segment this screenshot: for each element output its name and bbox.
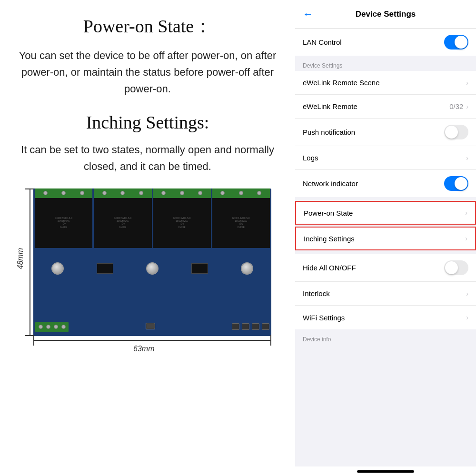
screw-t1 <box>39 325 43 329</box>
chevron-icon: › <box>466 79 468 87</box>
dim-line-h <box>33 340 271 341</box>
home-bar <box>357 470 414 473</box>
relay-2-body: GK3FF-5VDC-S-C10A/250VACTÜVCoRKE <box>94 198 151 248</box>
spacer-3 <box>295 250 476 254</box>
settings-list[interactable]: LAN Control Device Settings eWeLink Remo… <box>295 29 476 466</box>
capacitor-2 <box>146 262 159 275</box>
push-notif-knob <box>445 126 458 139</box>
screw-1 <box>43 191 48 195</box>
wifi-settings-label: WiFi Settings <box>303 314 345 322</box>
relay-4-body: GK3FF-5VDC-S-C10A/250VACTÜVCoRKE <box>212 198 270 248</box>
settings-item-remote-scene[interactable]: eWeLink Remote Scene › <box>295 71 476 95</box>
interlock-label: Interlock <box>303 289 330 298</box>
push-btn-2 <box>242 323 249 330</box>
logs-label: Logs <box>303 154 318 162</box>
screw-t4 <box>61 325 66 329</box>
hide-all-toggle[interactable] <box>444 260 468 275</box>
relay-modules: GK3FF-5VDC-S-C10A/250VACTÜVCoRKE GK3FF-5… <box>35 188 270 248</box>
remote-right: 0/32 › <box>449 102 468 110</box>
settings-item-wifi-settings[interactable]: WiFi Settings › <box>295 306 476 329</box>
settings-item-network-indicator[interactable]: Network indicator <box>295 170 476 197</box>
push-notif-toggle[interactable] <box>444 125 468 139</box>
power-on-state-right: › <box>465 209 467 217</box>
relay-2-terminal <box>94 188 151 198</box>
settings-item-lan-control[interactable]: LAN Control <box>295 29 476 56</box>
relay-4-terminal <box>212 188 270 198</box>
hide-all-knob <box>445 261 458 274</box>
power-on-state-label: Power-on State <box>304 209 353 217</box>
toggle-knob <box>455 36 467 49</box>
screw-t2 <box>46 325 50 329</box>
screw-3 <box>80 191 84 195</box>
relay-1-terminal <box>35 188 92 198</box>
ic-2 <box>191 263 208 274</box>
remote-label: eWeLink Remote <box>303 102 357 110</box>
relay-3: GK3FF-5VDC-S-C10A/250VACTÜVCoRKE <box>153 188 211 248</box>
settings-group-main: eWeLink Remote Scene › eWeLink Remote 0/… <box>295 71 476 197</box>
pcb-diagram: 48mm GK3FF-5VDC-S-C10A/250VACTÜVCoRKE <box>14 188 281 357</box>
home-indicator-bar <box>295 466 476 476</box>
relay-1-body: GK3FF-5VDC-S-C10A/250VACTÜVCoRKE <box>35 198 92 248</box>
inching-title: Inching Settings: <box>86 112 209 133</box>
settings-item-logs[interactable]: Logs › <box>295 146 476 170</box>
relay-3-terminal <box>153 188 211 198</box>
logs-chevron-icon: › <box>466 154 468 162</box>
dim-label-h: 63mm <box>133 345 154 353</box>
wifi-chevron-icon: › <box>466 314 468 321</box>
settings-item-hide-all[interactable]: Hide All ON/OFF <box>295 254 476 282</box>
lan-control-toggle[interactable] <box>444 35 468 50</box>
capacitor-3 <box>241 262 253 275</box>
right-panel: ← Device Settings LAN Control Device Set… <box>295 0 476 476</box>
relay-3-body: GK3FF-5VDC-S-C10A/250VACTÜVCoRKE <box>153 198 211 248</box>
push-btn-1 <box>232 323 239 330</box>
screw-11 <box>239 191 243 195</box>
settings-item-push-notification[interactable]: Push notification <box>295 119 476 146</box>
dim-label-v: 48mm <box>16 248 25 269</box>
inching-settings-label: Inching Settings <box>304 235 355 243</box>
usb-area <box>146 323 155 329</box>
logs-right: › <box>466 154 468 162</box>
pcb-image: GK3FF-5VDC-S-C10A/250VACTÜVCoRKE GK3FF-5… <box>33 188 271 336</box>
screw-7 <box>161 191 166 195</box>
settings-item-remote[interactable]: eWeLink Remote 0/32 › <box>295 95 476 119</box>
settings-item-inching-settings[interactable]: Inching Settings › <box>295 227 476 250</box>
network-indicator-toggle[interactable] <box>444 176 468 191</box>
push-btn-4 <box>262 323 269 330</box>
dim-line-v <box>30 188 30 336</box>
green-terminal-bottom <box>35 322 69 332</box>
relay-4: GK3FF-5VDC-S-C10A/250VACTÜVCoRKE <box>212 188 270 248</box>
power-on-chevron-icon: › <box>465 209 467 217</box>
screw-10 <box>220 191 225 195</box>
left-panel: Power-on State： You can set the device t… <box>0 0 295 476</box>
wifi-settings-right: › <box>466 314 468 321</box>
inching-chevron-icon: › <box>465 235 467 242</box>
pcb-middle-components <box>35 249 270 288</box>
pcb-bottom-section <box>35 296 269 334</box>
lan-control-label: LAN Control <box>303 38 342 46</box>
remote-value: 0/32 <box>449 102 463 110</box>
remote-chevron-icon: › <box>466 103 468 110</box>
spacer-2 <box>295 197 476 201</box>
hide-all-label: Hide All ON/OFF <box>303 264 356 272</box>
interlock-chevron-icon: › <box>466 290 468 298</box>
push-btn-3 <box>252 323 259 330</box>
screw-2 <box>61 191 66 195</box>
push-notif-label: Push notification <box>303 128 355 136</box>
page-title: Device Settings <box>356 10 416 19</box>
screw-4 <box>102 191 107 195</box>
remote-scene-right: › <box>466 79 468 87</box>
capacitor-1 <box>51 262 64 275</box>
power-on-desc: You can set the device to be off after p… <box>10 47 286 98</box>
settings-group-top: LAN Control <box>295 29 476 56</box>
settings-item-interlock[interactable]: Interlock › <box>295 282 476 306</box>
device-info-label: Device info <box>295 333 476 345</box>
ic-1 <box>97 263 113 274</box>
remote-scene-label: eWeLink Remote Scene <box>303 79 379 87</box>
spacer-4 <box>295 329 476 333</box>
inching-desc: It can be set to two states, normally op… <box>10 141 286 175</box>
settings-item-power-on-state[interactable]: Power-on State › <box>295 201 476 225</box>
button-row <box>232 323 269 330</box>
relay-2: GK3FF-5VDC-S-C10A/250VACTÜVCoRKE <box>94 188 151 248</box>
screw-6 <box>139 191 143 195</box>
back-button[interactable]: ← <box>303 8 313 20</box>
